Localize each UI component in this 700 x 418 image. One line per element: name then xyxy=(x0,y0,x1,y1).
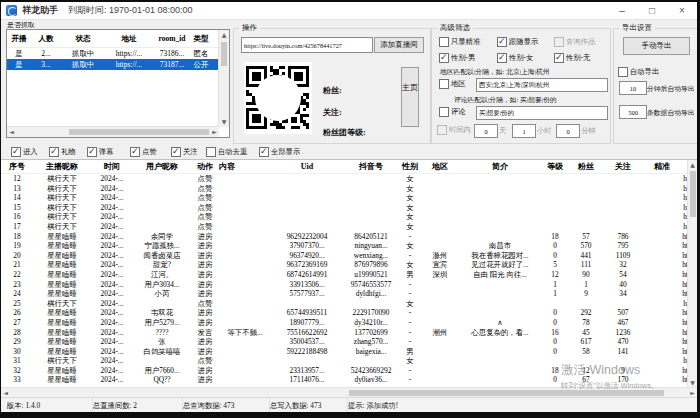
table-row[interactable]: 13棋行天下2024-...点赞女h xyxy=(1,184,689,194)
maximize-button-icon[interactable]: □ xyxy=(637,3,667,19)
table-row[interactable]: 27星星瞌睡2024-...用户5279...进房18907779...dy34… xyxy=(1,318,689,328)
table-row[interactable]: 26星星瞌睡2024-...韦双花进房657449395112229170090… xyxy=(1,308,689,318)
checkbox-icon[interactable] xyxy=(171,147,181,157)
rooms-column-header[interactable]: room_id xyxy=(153,30,191,47)
table-row[interactable]: 23星星瞌睡2024-...用户3034...进房33913506...9574… xyxy=(1,280,689,290)
table-row[interactable]: 22星星瞌睡2024-...江河。进房68742614991u19990521男… xyxy=(1,270,689,280)
column-header[interactable]: 性别 xyxy=(399,160,421,174)
column-header[interactable]: 地区 xyxy=(421,160,459,174)
checkbox-icon[interactable] xyxy=(206,147,216,157)
checkbox-icon[interactable] xyxy=(87,147,97,157)
rooms-column-header[interactable]: 开播 xyxy=(7,30,31,47)
checkbox-icon[interactable] xyxy=(439,53,449,63)
rooms-vertical-scrollbar[interactable]: ▲ ▼ xyxy=(218,30,229,127)
column-header[interactable]: 精准 xyxy=(643,160,681,174)
enter-filter-checkbox[interactable]: 进入 xyxy=(11,147,38,157)
follow-filter-checkbox[interactable]: 关注 xyxy=(171,147,198,157)
table-row[interactable]: 20星星瞌睡2024-...闻香卤菜店进房96374920...wenxiang… xyxy=(1,251,689,261)
checkbox-icon[interactable] xyxy=(439,79,449,89)
gender-female-checkbox[interactable]: 性别-女 xyxy=(497,53,533,63)
checkbox-icon[interactable] xyxy=(439,37,449,47)
rooms-table-row[interactable]: 是2...抓取中https://...73186...匿名 xyxy=(7,48,229,59)
checkbox-icon[interactable] xyxy=(497,53,507,63)
column-header[interactable]: 抖音号 xyxy=(343,160,399,174)
live-url-input[interactable] xyxy=(241,37,373,53)
table-vertical-scrollbar[interactable]: ▲ ▼ xyxy=(687,160,697,388)
table-row[interactable]: 12棋行天下2024-...点赞女h xyxy=(1,174,689,184)
table-row[interactable]: 17棋行天下2024-...点赞女h xyxy=(1,222,689,232)
time-range-checkbox[interactable]: 时间内 xyxy=(437,125,471,135)
rooms-horizontal-scrollbar[interactable]: ◄ ► xyxy=(7,126,219,137)
export-count-input[interactable] xyxy=(619,105,647,119)
checkbox-icon[interactable] xyxy=(554,53,564,63)
query-works-checkbox[interactable]: 查询作品 xyxy=(554,37,595,47)
rooms-column-header[interactable]: 类型 xyxy=(191,30,211,47)
table-row[interactable]: 28星星瞌睡2024-...????发言等下不颤...7551662269213… xyxy=(1,328,689,338)
column-header[interactable]: 序号 xyxy=(1,160,33,174)
checkbox-icon[interactable] xyxy=(437,125,447,135)
table-row[interactable]: 14棋行天下2024-...点赞女h xyxy=(1,193,689,203)
column-header[interactable]: 内容 xyxy=(219,160,271,174)
checkbox-icon[interactable] xyxy=(618,67,628,77)
export-minutes-input[interactable] xyxy=(619,81,647,95)
time-hours-input[interactable] xyxy=(512,124,536,138)
column-header[interactable]: 用户昵称 xyxy=(133,160,191,174)
table-row[interactable]: 30星星瞌睡2024-...白鸽笑嘻嘻进房59222188498baigexia… xyxy=(1,347,689,357)
gender-male-checkbox[interactable]: 性别-男 xyxy=(439,53,475,63)
follow-display-checkbox[interactable]: 跟随显示 xyxy=(497,37,538,47)
region-filter-input[interactable] xyxy=(476,78,608,92)
table-row[interactable]: 19星星瞌睡2024-...宁愿孤独...进房37907370...ningyu… xyxy=(1,241,689,251)
time-days-input[interactable] xyxy=(474,124,498,138)
checkbox-icon[interactable] xyxy=(497,37,507,47)
column-header[interactable]: 粉丝 xyxy=(569,160,603,174)
table-row[interactable]: 15棋行天下2024-...点赞女h xyxy=(1,203,689,213)
region-filter-checkbox[interactable]: 地区 xyxy=(439,79,466,89)
table-row[interactable]: 24星星瞌睡2024-...小芮进房57577937...dyldhfgi...… xyxy=(1,289,689,299)
gender-none-checkbox[interactable]: 性别-无 xyxy=(554,53,590,63)
checkbox-icon[interactable] xyxy=(259,147,269,157)
add-room-button[interactable]: 添加直播间 xyxy=(374,37,424,53)
table-row[interactable]: 32星星瞌睡2024-...用户7660...进房23313957...5242… xyxy=(1,366,689,376)
table-row[interactable]: 21星星瞌睡2024-...甜宠?进房96372369169876979896女… xyxy=(1,260,689,270)
table-row[interactable]: 29星星瞌睡2024-...张进房35004537...zhang570...-… xyxy=(1,337,689,347)
auto-export-checkbox[interactable]: 自动导出 xyxy=(618,67,659,77)
column-header[interactable]: 关注 xyxy=(603,160,643,174)
column-header[interactable]: 时间 xyxy=(91,160,133,174)
rooms-table-row[interactable]: 是3...抓取中https://...73187...公开 xyxy=(7,59,229,70)
table-row[interactable]: 18星星瞌睡2024-...余同学进房96292232004864205121-… xyxy=(1,232,689,242)
danmaku-filter-checkbox[interactable]: 弹幕 xyxy=(87,147,114,157)
query-works-label: 查询作品 xyxy=(566,37,595,47)
rooms-column-header[interactable]: 人数 xyxy=(31,30,61,47)
manual-export-button[interactable]: 手动导出 xyxy=(623,37,690,55)
time-minutes-input[interactable] xyxy=(556,124,580,138)
table-row[interactable]: 33星星瞌睡2024-...QQ??进房17114076...dy0iav36.… xyxy=(1,375,689,385)
checkbox-icon[interactable] xyxy=(130,147,140,157)
like-filter-checkbox[interactable]: 点赞 xyxy=(130,147,157,157)
show-all-filter-checkbox[interactable]: 全部显示 xyxy=(259,147,300,157)
column-header[interactable]: 动作 xyxy=(191,160,219,174)
checkbox-icon[interactable] xyxy=(554,37,564,47)
rooms-column-header[interactable]: 地址 xyxy=(105,30,153,47)
table-cell: 0 xyxy=(541,308,569,318)
close-button-icon[interactable]: × xyxy=(667,3,697,19)
column-header[interactable]: 简介 xyxy=(459,160,541,174)
comment-filter-checkbox[interactable]: 评论 xyxy=(439,107,466,117)
precise-only-checkbox[interactable]: 只显精准 xyxy=(439,37,480,47)
checkbox-icon[interactable] xyxy=(49,147,59,157)
table-row[interactable]: 16棋行天下2024-...点赞女h xyxy=(1,212,689,222)
table-cell: 2024-... xyxy=(91,289,133,299)
homepage-button[interactable]: 主页 xyxy=(401,67,419,127)
table-row[interactable]: 31棋行天下2024-...点赞女h xyxy=(1,356,689,366)
gift-filter-checkbox[interactable]: 礼物 xyxy=(49,147,76,157)
column-header[interactable]: 主播昵称 xyxy=(33,160,91,174)
column-header[interactable]: Uid xyxy=(271,160,343,174)
comment-filter-input[interactable] xyxy=(476,106,608,120)
table-row[interactable]: 25棋行天下2024-...点赞女h xyxy=(1,299,689,309)
rooms-column-header[interactable]: 状态 xyxy=(61,30,105,47)
auto-dedupe-filter-checkbox[interactable]: 自动去重 xyxy=(206,147,247,157)
checkbox-icon[interactable] xyxy=(439,107,449,117)
minimize-button-icon[interactable]: – xyxy=(607,3,637,19)
table-cell: 292 xyxy=(569,308,603,318)
column-header[interactable]: 等级 xyxy=(541,160,569,174)
checkbox-icon[interactable] xyxy=(11,147,21,157)
